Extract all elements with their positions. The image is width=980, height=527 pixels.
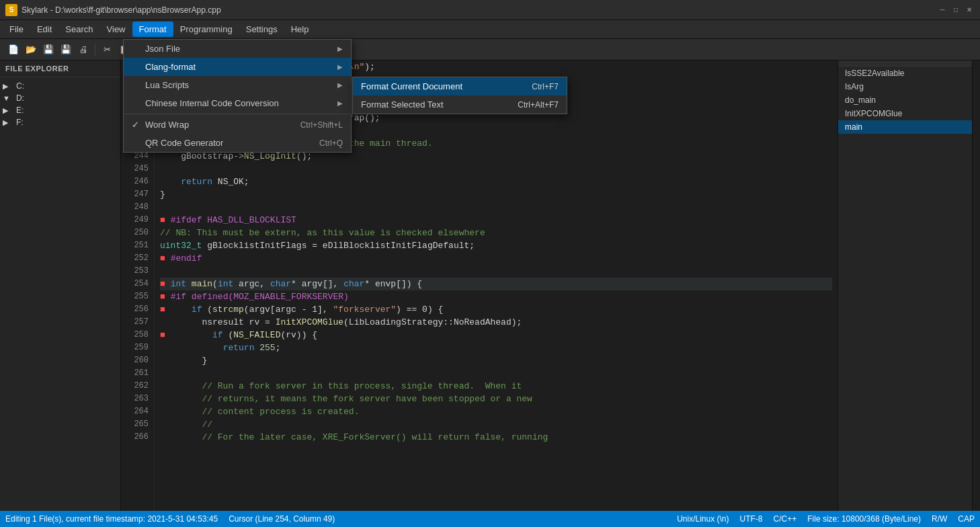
- ln-259: 259: [126, 341, 149, 354]
- ln-251: 251: [126, 239, 149, 252]
- symbol-InitXPCOMGlue[interactable]: InitXPCOMGlue: [838, 107, 972, 120]
- json-label: Json File: [145, 44, 332, 54]
- menu-programming[interactable]: Programming: [173, 22, 239, 37]
- close-button[interactable]: ✕: [964, 5, 975, 15]
- code-line-257: nsresult rv = InitXPCOMGlue(LibLoadingSt…: [160, 316, 832, 329]
- sidebar-tree: ▶ C: ▼ D: ▶ E: ▶ F:: [0, 77, 120, 131]
- code-line-262: // Run a fork server in this process, si…: [160, 380, 832, 393]
- chinese-label: Chinese Internal Code Conversion: [145, 98, 332, 108]
- submenu-format-current[interactable]: Format Current Document Ctrl+F7: [353, 77, 567, 95]
- ln-253: 253: [126, 265, 149, 278]
- menu-separator: [124, 114, 351, 114]
- sidebar-item-c[interactable]: ▶ C:: [0, 80, 120, 92]
- sidebar-item-e[interactable]: ▶ E:: [0, 104, 120, 116]
- sidebar-item-f[interactable]: ▶ F:: [0, 116, 120, 128]
- toolbar-cut[interactable]: ✂: [99, 42, 115, 58]
- ln-245: 245: [126, 163, 149, 175]
- code-line-250: // NB: This must be extern, as this valu…: [160, 227, 832, 239]
- menu-help[interactable]: Help: [284, 22, 316, 37]
- toolbar-print[interactable]: 🖨: [75, 42, 91, 58]
- code-line-253: [160, 265, 832, 278]
- code-line-247: }: [160, 188, 832, 201]
- ln-250: 250: [126, 227, 149, 239]
- menu-view[interactable]: View: [100, 22, 132, 37]
- menu-edit[interactable]: Edit: [30, 22, 58, 37]
- tree-expand-icon: ▶: [3, 82, 13, 91]
- format-menu-wordwrap[interactable]: ✓ Word Wrap Ctrl+Shift+L: [124, 116, 351, 134]
- file-size: File size: 10800/368 (Byte/Line): [807, 514, 921, 524]
- menu-file[interactable]: File: [3, 22, 30, 37]
- code-line-265: //: [160, 418, 832, 431]
- code-line-259: return 255;: [160, 341, 832, 354]
- code-line-252: ■ #endif: [160, 252, 832, 265]
- ln-246: 246: [126, 175, 149, 188]
- qr-shortcut: Ctrl+Q: [319, 138, 343, 148]
- ln-247: 247: [126, 188, 149, 201]
- sidebar: File explorer ▶ C: ▼ D: ▶ E: ▶ F:: [0, 60, 121, 511]
- sidebar-item-d[interactable]: ▼ D:: [0, 92, 120, 104]
- editing-status: Editing 1 File(s), current file timestam…: [5, 514, 218, 524]
- code-line-251: uint32_t gBlocklistInitFlags = eDllBlock…: [160, 239, 832, 252]
- right-scrollbar[interactable]: [972, 60, 980, 511]
- ln-266: 266: [126, 431, 149, 444]
- right-panel: IsSSE2Available IsArg do_main InitXPCOMG…: [838, 60, 972, 511]
- code-line-255: ■ #if defined(MOZ_ENABLE_FORKSERVER): [160, 290, 832, 303]
- code-line-254: ■ int main(int argc, char* argv[], char*…: [160, 278, 832, 290]
- menu-bar: File Edit Search View Format Programming…: [0, 20, 980, 39]
- cursor-position: Cursor (Line 254, Column 49): [229, 514, 335, 524]
- ln-252: 252: [126, 252, 149, 265]
- toolbar-save[interactable]: 💾: [40, 42, 56, 58]
- code-line-245: [160, 163, 832, 175]
- clang-label: Clang-format: [145, 62, 332, 72]
- format-menu-qr[interactable]: QR Code Generator Ctrl+Q: [124, 134, 351, 152]
- code-line-266: // For the later case, XRE_ForkServer() …: [160, 431, 832, 444]
- ln-262: 262: [126, 380, 149, 393]
- format-menu-lua[interactable]: Lua Scripts ▶: [124, 76, 351, 94]
- drive-c-label: C:: [16, 81, 24, 91]
- code-line-246: return NS_OK;: [160, 175, 832, 188]
- language: C/C++: [774, 514, 797, 524]
- ln-257: 257: [126, 316, 149, 329]
- code-line-261: [160, 367, 832, 380]
- code-line-264: // content process is created.: [160, 405, 832, 418]
- toolbar-new[interactable]: 📄: [5, 42, 22, 58]
- ln-264: 264: [126, 405, 149, 418]
- right-panel-header: [838, 60, 972, 67]
- line-ending: Unix/Linux (\n): [677, 514, 729, 524]
- toolbar-save2[interactable]: 💾: [58, 42, 74, 58]
- symbol-main[interactable]: main: [838, 120, 972, 134]
- menu-format[interactable]: Format: [132, 22, 173, 37]
- format-menu-clang[interactable]: Clang-format ▶ Format Current Document C…: [124, 58, 351, 76]
- sidebar-header: File explorer: [0, 60, 120, 77]
- menu-settings[interactable]: Settings: [239, 22, 284, 37]
- tree-expand-icon-f: ▶: [3, 118, 13, 127]
- maximize-button[interactable]: □: [950, 5, 961, 15]
- symbol-IsSSE2Available[interactable]: IsSSE2Available: [838, 67, 972, 80]
- toolbar-sep1: [95, 44, 95, 56]
- code-line-258: ■ if (NS_FAILED(rv)) {: [160, 329, 832, 341]
- symbol-do_main[interactable]: do_main: [838, 93, 972, 107]
- toolbar-open[interactable]: 📂: [23, 42, 39, 58]
- title-bar: S Skylark - D:\works\ff-git\browser\app\…: [0, 0, 980, 20]
- format-current-shortcut: Ctrl+F7: [532, 82, 559, 91]
- submenu-format-selected[interactable]: Format Selected Text Ctrl+Alt+F7: [353, 95, 567, 114]
- ln-261: 261: [126, 367, 149, 380]
- ln-263: 263: [126, 393, 149, 405]
- format-menu-dropdown: Json File ▶ Clang-format ▶ Format Curren…: [123, 39, 352, 153]
- format-menu-chinese[interactable]: Chinese Internal Code Conversion ▶: [124, 94, 351, 112]
- format-selected-shortcut: Ctrl+Alt+F7: [518, 100, 559, 110]
- format-menu: Json File ▶ Clang-format ▶ Format Curren…: [123, 39, 352, 153]
- drive-d-label: D:: [16, 93, 24, 103]
- ln-248: 248: [126, 201, 149, 214]
- qr-label: QR Code Generator: [145, 138, 303, 148]
- format-menu-json[interactable]: Json File ▶: [124, 40, 351, 58]
- wordwrap-shortcut: Ctrl+Shift+L: [300, 120, 343, 130]
- ln-258: 258: [126, 329, 149, 341]
- window-title: Skylark - D:\works\ff-git\browser\app\ns…: [22, 5, 937, 15]
- symbol-IsArg[interactable]: IsArg: [838, 80, 972, 93]
- ln-255: 255: [126, 290, 149, 303]
- clang-submenu: Format Current Document Ctrl+F7 Format S…: [352, 77, 567, 114]
- minimize-button[interactable]: ─: [937, 5, 948, 15]
- menu-search[interactable]: Search: [58, 22, 99, 37]
- check-icon-wordwrap: ✓: [132, 120, 142, 130]
